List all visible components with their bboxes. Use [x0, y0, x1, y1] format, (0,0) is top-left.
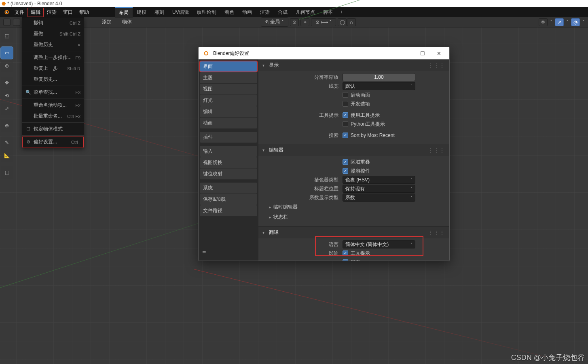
blender-icon [3, 9, 10, 15]
menu-redo[interactable]: 重做Shift Ctrl Z [22, 28, 84, 39]
workspace-add-icon[interactable]: + [337, 8, 346, 17]
subpanel-temp-editors[interactable]: ▸临时编辑器 [269, 202, 446, 212]
pref-tab-navigation[interactable]: 视图切换 [200, 157, 257, 168]
checkbox-affect-interface[interactable]: 界面 [343, 259, 415, 261]
annotate-tool-icon[interactable]: ✎ [1, 137, 13, 149]
checkbox-search-sort[interactable]: Sort by Most Recent [343, 133, 415, 138]
tool-shelf: ⬚ ▭ ⊕ ✥ ⟲ ⤢ ⊛ ✎ 📐 ⬚ [1, 30, 15, 179]
workspace-tab[interactable]: 雕刻 [150, 7, 168, 17]
menu-preferences[interactable]: ⚙偏好设置...Ctrl , [22, 137, 84, 147]
label-language: 语言 [262, 241, 343, 248]
pref-tab-interface[interactable]: 界面 [200, 61, 257, 72]
pref-tab-animation[interactable]: 动画 [200, 118, 257, 128]
editor-type-icon[interactable] [3, 19, 11, 26]
window-minimize-icon[interactable]: — [398, 47, 415, 59]
menu-file[interactable]: 文件 [11, 8, 27, 17]
select-factor-display[interactable]: 系数˅ [343, 194, 415, 202]
pref-tab-system[interactable]: 系统 [200, 183, 257, 194]
pref-tab-saveload[interactable]: 保存&加载 [200, 194, 257, 205]
window-close-icon[interactable]: ✕ [431, 47, 447, 59]
menu-rename-active[interactable]: 重命名活动项...F2 [22, 100, 84, 111]
menu-undo[interactable]: 撤销Ctrl Z [22, 17, 84, 28]
orientation-select[interactable]: ᖗ 全局 ˅ [261, 17, 288, 27]
workspace-tab[interactable]: 着色 [220, 7, 238, 17]
pivot-icon[interactable]: ⊙ [290, 18, 299, 26]
checkbox-splash[interactable]: 启动画面 [343, 92, 415, 99]
move-tool-icon[interactable]: ✥ [1, 77, 13, 89]
panel-header-display[interactable]: ▾显示⋮⋮⋮ [258, 59, 449, 71]
preferences-window: Blender偏好设置 — ☐ ✕ 界面 主题 视图 灯光 编辑 动画 插件 输… [198, 47, 450, 261]
checkbox-region-overlap[interactable]: 区域重叠 [343, 159, 415, 166]
select-line-width[interactable]: 默认˅ [343, 82, 415, 90]
window-maximize-icon[interactable]: ☐ [415, 47, 431, 59]
label-tooltips: 工具提示 [262, 112, 343, 119]
workspace-tab[interactable]: 渲染 [256, 7, 274, 17]
preferences-sidebar: 界面 主题 视图 灯光 编辑 动画 插件 输入 视图切换 键位映射 系统 保存&… [199, 59, 258, 261]
header-object[interactable]: 物体 [118, 17, 136, 27]
menu-edit[interactable]: 编辑 [27, 8, 44, 17]
menu-undo-history[interactable]: 重做历史▸ [22, 39, 84, 50]
select-color-picker[interactable]: 色盘 (HSV)˅ [343, 176, 415, 184]
menu-lock-mode[interactable]: ☐锁定物体模式 [22, 124, 84, 135]
rotate-tool-icon[interactable]: ⟲ [1, 90, 13, 102]
workspace-tab[interactable]: UV编辑 [168, 7, 193, 17]
select-header-pos[interactable]: 保持现有˅ [343, 185, 415, 193]
snap-options[interactable]: ⊙ ⟼ ˅ [311, 18, 336, 26]
workspace-tab[interactable]: 合成 [274, 7, 292, 17]
pref-tab-addons[interactable]: 插件 [200, 132, 257, 143]
proportional-falloff-icon[interactable]: ∩ [347, 18, 356, 26]
pref-tab-editing[interactable]: 编辑 [200, 106, 257, 117]
menu-repeat-last[interactable]: 重复上一步Shift R [22, 63, 84, 74]
workspace-tab[interactable]: 布局 [115, 7, 133, 18]
subpanel-status-bar[interactable]: ▸状态栏 [269, 212, 446, 222]
checkbox-dev[interactable]: 开发选项 [343, 101, 415, 107]
overlays-toggle-icon[interactable]: ◔ [571, 18, 580, 26]
proportional-edit-icon[interactable]: ◯ [338, 18, 347, 26]
menu-adjust-last[interactable]: 调整上一步操作...F9 [22, 52, 84, 63]
pref-tab-lights[interactable]: 灯光 [200, 95, 257, 106]
pref-tab-input[interactable]: 输入 [200, 146, 257, 157]
menu-window[interactable]: 窗口 [60, 8, 76, 17]
select-language[interactable]: 简体中文 (简体中文)˅ [343, 240, 415, 248]
chevron-down-icon[interactable]: ˅ [565, 18, 569, 26]
workspace-tab[interactable]: 纹理绘制 [193, 7, 220, 17]
visibility-icon[interactable]: 👁 [539, 18, 548, 26]
menu-repeat-history[interactable]: 重复历史... [22, 74, 84, 85]
menu-render[interactable]: 渲染 [44, 8, 60, 17]
workspace-tab[interactable]: 几何节点 [292, 7, 319, 17]
gizmo-toggle-icon[interactable]: ↗ [555, 18, 564, 26]
scale-tool-icon[interactable]: ⤢ [1, 103, 13, 115]
title-bar: ⬣ * (Unsaved) - Blender 4.0 [0, 0, 588, 7]
menu-search[interactable]: 🔍菜单查找...F3 [22, 87, 84, 98]
snap-icon[interactable]: ⌖ [300, 18, 309, 26]
checkbox-affect-tooltips[interactable]: 工具提示 [343, 250, 415, 257]
label-search: 搜索 [262, 132, 343, 139]
input-res-scale[interactable]: 1.00 [343, 73, 415, 81]
add-primitive-tool-icon[interactable]: ⬚ [1, 166, 13, 179]
pref-tab-viewport[interactable]: 视图 [200, 84, 257, 95]
cursor-tool-icon[interactable]: ⊕ [1, 60, 13, 72]
workspace-tab[interactable]: 动画 [238, 7, 256, 17]
chevron-down-icon[interactable]: ˅ [582, 18, 586, 26]
workspace-tab[interactable]: 建模 [133, 7, 150, 17]
header-add[interactable]: 添加 [98, 17, 116, 27]
measure-tool-icon[interactable]: 📐 [1, 149, 13, 162]
label-affect: 影响 [262, 250, 343, 257]
select-box-tool-icon[interactable]: ▭ [1, 47, 13, 59]
pref-tab-keymap[interactable]: 键位映射 [200, 168, 257, 179]
menu-batch-rename[interactable]: 批量重命名...Ctrl F2 [22, 111, 84, 122]
panel-header-editors[interactable]: ▾编辑器⋮⋮⋮ [258, 144, 449, 156]
chevron-down-icon[interactable]: ˅ [549, 18, 553, 26]
preferences-menu-icon[interactable]: ≡ [200, 247, 257, 259]
pref-tab-theme[interactable]: 主题 [200, 72, 257, 83]
menu-help[interactable]: 帮助 [76, 8, 92, 17]
checkbox-nav-controls[interactable]: 漫游控件 [343, 168, 415, 175]
checkbox-py-tooltips[interactable]: Python工具提示 [343, 121, 415, 128]
preferences-titlebar[interactable]: Blender偏好设置 — ☐ ✕ [199, 47, 449, 59]
checkbox-use-tooltips[interactable]: 使用工具提示 [343, 112, 415, 119]
transform-tool-icon[interactable]: ⊛ [1, 120, 13, 132]
mode-select[interactable] [13, 19, 20, 26]
pref-tab-filepaths[interactable]: 文件路径 [200, 205, 257, 216]
panel-header-translation[interactable]: ▾翻译⋮⋮⋮ [258, 227, 449, 238]
select-mode-icon[interactable]: ⬚ [1, 30, 13, 42]
